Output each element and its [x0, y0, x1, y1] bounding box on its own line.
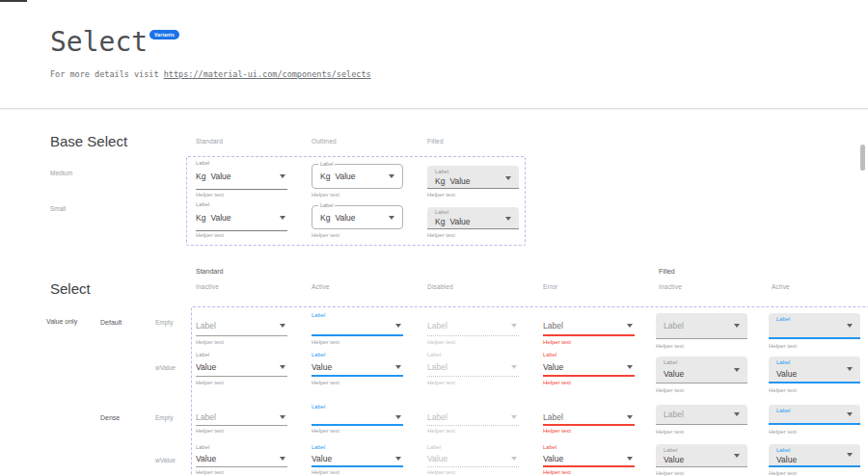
select-control-standard[interactable]: Label — [427, 404, 519, 426]
select-control-outlined[interactable]: LabelKgValue — [312, 164, 403, 189]
select-underline — [312, 334, 403, 336]
select-control-filled[interactable]: Label — [769, 405, 860, 425]
select-label: Label — [435, 169, 448, 174]
select-value: KgValue — [320, 172, 356, 181]
select-control-standard[interactable]: LabelLabel — [427, 352, 519, 377]
group-header: Standard — [196, 268, 223, 275]
select-label: Label — [318, 202, 335, 208]
select-control-filled[interactable]: LabelValue — [656, 444, 747, 467]
helper-text: Helper text — [196, 232, 224, 238]
select-label: Label — [427, 444, 441, 450]
dropdown-arrow-icon — [847, 324, 853, 328]
helper-text: Helper text — [656, 387, 684, 393]
adornment-text: Kg — [435, 176, 445, 186]
select-underline — [543, 424, 635, 426]
select-control-standard[interactable]: Label — [196, 312, 287, 336]
select-value: Label — [427, 362, 448, 372]
column-header: Active — [772, 283, 790, 290]
select-control-standard[interactable]: LabelValue — [196, 444, 287, 467]
docs-link[interactable]: https://material-ui.com/components/selec… — [164, 69, 371, 79]
select-underline — [427, 335, 519, 336]
select-control-filled[interactable]: Label — [656, 313, 747, 339]
helper-text: Helper text — [427, 232, 455, 238]
select-control-outlined[interactable]: LabelKgValue — [312, 205, 403, 229]
adornment-text: Kg — [196, 213, 205, 223]
select-value: KgValue — [435, 176, 471, 186]
select-control-standard[interactable]: Label — [543, 404, 635, 426]
select-label: Label — [664, 359, 677, 365]
select-placeholder: Label — [664, 321, 684, 331]
select-value: Value — [664, 369, 684, 379]
select-value: Value — [312, 362, 332, 372]
select-control-standard[interactable]: LabelKgValue — [196, 160, 287, 190]
helper-text: Helper text — [543, 469, 571, 475]
scrollbar-thumb[interactable] — [860, 145, 865, 171]
select-value-text: Value — [335, 213, 355, 223]
select-control-standard[interactable]: Label — [427, 312, 519, 336]
select-control-standard[interactable]: LabelValue — [196, 352, 287, 377]
select-control-standard[interactable]: LabelValue — [427, 444, 519, 467]
select-control-standard[interactable]: LabelValue — [543, 352, 635, 377]
select-underline — [312, 465, 403, 467]
dropdown-arrow-icon — [734, 412, 740, 416]
select-control-filled[interactable]: LabelValue — [769, 444, 860, 467]
dropdown-arrow-icon — [389, 174, 394, 178]
select-value: Value — [196, 454, 216, 463]
dropdown-arrow-icon — [627, 415, 633, 419]
dropdown-arrow-icon — [505, 217, 511, 221]
row-label: Empty — [155, 414, 173, 421]
select-value: Value — [776, 369, 797, 379]
top-left-accent-bar — [0, 0, 27, 2]
select-control-filled[interactable]: LabelKgValue — [427, 166, 519, 189]
select-label: Label — [196, 444, 209, 450]
dropdown-arrow-icon — [280, 415, 285, 419]
select-label: Label — [543, 444, 556, 450]
select-label: Label — [776, 316, 790, 322]
helper-text: Helper text — [656, 429, 684, 435]
group-header: Filled — [659, 268, 675, 275]
select-underline — [427, 466, 519, 467]
select-control-filled[interactable]: LabelKgValue — [427, 207, 519, 229]
dropdown-arrow-icon — [734, 368, 740, 372]
select-control-standard[interactable]: LabelValue — [543, 444, 635, 467]
subtitle-text: For more details visit — [50, 69, 164, 79]
select-control-standard[interactable]: Label — [312, 404, 403, 426]
column-header: Standard — [196, 138, 223, 145]
helper-text: Helper text — [427, 339, 455, 345]
select-control-standard[interactable]: LabelValue — [312, 352, 403, 377]
select-label: Label — [664, 447, 677, 453]
select-control-standard[interactable]: LabelValue — [312, 444, 403, 467]
select-value: KgValue — [196, 213, 231, 223]
select-control-standard[interactable]: LabelKgValue — [196, 201, 287, 231]
dropdown-arrow-icon — [280, 365, 285, 369]
column-header: Disabled — [427, 283, 453, 290]
helper-text: Helper text — [196, 428, 224, 434]
select-dashed-outline — [191, 306, 868, 476]
select-placeholder: Label — [543, 412, 563, 422]
column-header: Inactive — [196, 283, 219, 290]
select-label: Label — [776, 447, 790, 453]
helper-text: Helper text — [196, 192, 224, 198]
dropdown-arrow-icon — [627, 457, 633, 461]
select-value: KgValue — [435, 217, 471, 226]
select-label: Label — [312, 312, 325, 318]
helper-text: Helper text — [312, 339, 339, 345]
helper-text: Helper text — [312, 380, 339, 385]
select-control-filled[interactable]: LabelValue — [769, 357, 860, 383]
dropdown-arrow-icon — [395, 415, 401, 419]
select-control-standard[interactable]: Label — [312, 312, 403, 336]
helper-text: Helper text — [427, 380, 455, 385]
column-header: Error — [543, 283, 557, 290]
select-value: Value — [543, 362, 563, 372]
dropdown-arrow-icon — [511, 457, 517, 461]
select-control-filled[interactable]: Label — [656, 405, 747, 425]
select-label: Label — [435, 209, 448, 215]
select-control-filled[interactable]: Label — [769, 313, 860, 339]
select-control-standard[interactable]: Label — [196, 404, 287, 426]
variants-badge: Variants — [149, 30, 179, 40]
row-label: wValue — [155, 457, 176, 463]
helper-text: Helper text — [769, 470, 797, 476]
select-control-filled[interactable]: LabelValue — [656, 357, 747, 383]
select-control-standard[interactable]: Label — [543, 312, 635, 336]
select-label: Label — [776, 359, 790, 365]
